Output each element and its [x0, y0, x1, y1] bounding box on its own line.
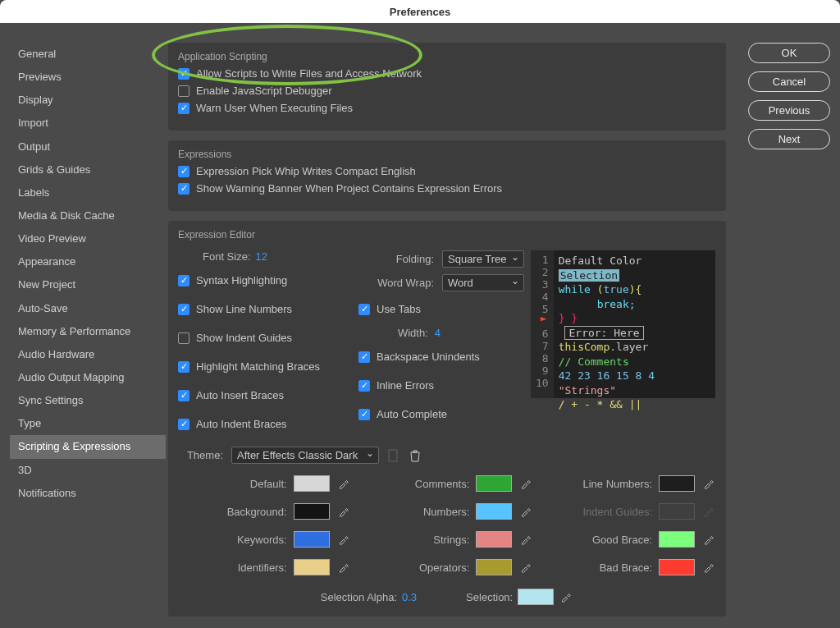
indent-guides-checkbox[interactable]: Show Indent Guides	[178, 332, 326, 344]
eyedropper-icon	[701, 504, 716, 519]
code-body: Default Color Selection while (true){ br…	[554, 250, 660, 398]
sidebar-item-type[interactable]: Type	[10, 412, 166, 435]
eyedropper-icon[interactable]	[336, 532, 351, 547]
check-icon: ✓	[178, 275, 189, 286]
sidebar-item-new-project[interactable]: New Project	[10, 273, 166, 296]
color-swatch	[659, 503, 695, 520]
new-theme-icon[interactable]	[387, 449, 400, 462]
sidebar-item-memory-performance[interactable]: Memory & Performance	[10, 320, 166, 343]
color-swatch[interactable]	[476, 559, 512, 575]
use-tabs-checkbox[interactable]: ✓Use Tabs	[326, 303, 531, 315]
sidebar-item-sync-settings[interactable]: Sync Settings	[10, 389, 166, 412]
eyedropper-icon[interactable]	[336, 560, 351, 575]
preferences-window: GeneralPreviewsDisplayImportOutputGrids …	[0, 23, 840, 628]
folding-dropdown[interactable]: Square Tree	[442, 250, 524, 268]
match-braces-checkbox[interactable]: ✓Highlight Matching Braces	[178, 360, 326, 373]
sidebar-item-appearance[interactable]: Appearance	[10, 250, 166, 273]
sidebar-item-3d[interactable]: 3D	[10, 459, 166, 482]
expressions-section: Expressions ✓ Expression Pick Whip Write…	[168, 140, 726, 211]
sidebar-item-previews[interactable]: Previews	[10, 66, 166, 89]
sidebar-item-grids-guides[interactable]: Grids & Guides	[10, 158, 166, 181]
sidebar-item-media-disk-cache[interactable]: Media & Disk Cache	[10, 204, 166, 227]
swatch-row: Indent Guides:	[543, 503, 716, 520]
show-warning-label: Show Warning Banner When Project Contain…	[196, 182, 502, 195]
enable-debugger-checkbox-row[interactable]: Enable JavaScript Debugger	[178, 85, 716, 97]
allow-scripts-checkbox-row[interactable]: ✓ Allow Scripts to Write Files and Acces…	[178, 67, 716, 80]
sidebar-item-scripting-expressions[interactable]: Scripting & Expressions	[10, 435, 166, 458]
width-value[interactable]: 4	[435, 327, 441, 339]
color-swatch[interactable]	[659, 475, 695, 492]
preferences-sidebar: GeneralPreviewsDisplayImportOutputGrids …	[10, 43, 166, 505]
previous-button[interactable]: Previous	[748, 100, 830, 121]
sidebar-item-import[interactable]: Import	[10, 112, 166, 135]
color-swatch[interactable]	[659, 531, 695, 548]
swatch-label: Strings:	[387, 534, 469, 546]
font-size-label: Font Size:	[203, 250, 251, 263]
eyedropper-icon[interactable]	[518, 560, 533, 575]
inline-errors-checkbox[interactable]: ✓Inline Errors	[326, 379, 531, 392]
auto-indent-checkbox[interactable]: ✓Auto Indent Braces	[178, 418, 326, 430]
eyedropper-icon[interactable]	[518, 476, 533, 491]
selection-swatch[interactable]	[518, 589, 554, 605]
editor-col-2: Folding: Square Tree Word Wrap: Word ✓Us…	[326, 245, 531, 435]
cancel-button[interactable]: Cancel	[748, 71, 830, 92]
ok-button[interactable]: OK	[748, 43, 830, 63]
trash-icon[interactable]	[409, 449, 422, 462]
sidebar-item-labels[interactable]: Labels	[10, 181, 166, 204]
color-swatch[interactable]	[294, 503, 330, 520]
eyedropper-icon[interactable]	[518, 504, 533, 519]
sidebar-item-audio-hardware[interactable]: Audio Hardware	[10, 343, 166, 366]
warn-exec-checkbox-row[interactable]: ✓ Warn User When Executing Files	[178, 102, 716, 114]
eyedropper-icon[interactable]	[701, 532, 716, 547]
swatch-label: Operators:	[387, 562, 469, 574]
eyedropper-icon[interactable]	[336, 476, 351, 491]
check-icon: ✓	[358, 351, 370, 363]
color-swatch[interactable]	[476, 475, 512, 492]
swatch-label: Bad Brace:	[570, 562, 652, 574]
next-button[interactable]: Next	[748, 129, 830, 149]
auto-complete-checkbox[interactable]: ✓Auto Complete	[326, 408, 531, 420]
color-swatch[interactable]	[476, 503, 512, 520]
swatch-label: Numbers:	[387, 506, 469, 518]
selection-alpha-value[interactable]: 0.3	[402, 591, 417, 603]
color-swatch[interactable]	[294, 475, 330, 492]
color-swatch[interactable]	[294, 559, 330, 575]
sidebar-item-general[interactable]: General	[10, 43, 166, 66]
eyedropper-icon[interactable]	[559, 589, 573, 604]
eyedropper-icon[interactable]	[336, 504, 351, 519]
check-icon: ✓	[178, 166, 189, 177]
show-warning-checkbox-row[interactable]: ✓ Show Warning Banner When Project Conta…	[178, 182, 716, 195]
swatch-row: Default:	[178, 475, 351, 492]
eyedropper-icon[interactable]	[518, 532, 533, 547]
theme-dropdown[interactable]: After Effects Classic Dark	[231, 447, 379, 464]
check-icon: ✓	[178, 183, 189, 195]
expression-editor-title: Expression Editor	[178, 229, 716, 241]
backspace-checkbox[interactable]: ✓Backspace Unindents	[326, 351, 531, 363]
color-swatch[interactable]	[294, 531, 330, 548]
sidebar-item-video-preview[interactable]: Video Preview	[10, 227, 166, 250]
auto-insert-checkbox[interactable]: ✓Auto Insert Braces	[178, 389, 326, 401]
word-wrap-dropdown[interactable]: Word	[442, 274, 524, 291]
compact-english-checkbox-row[interactable]: ✓ Expression Pick Whip Writes Compact En…	[178, 165, 716, 177]
sidebar-item-display[interactable]: Display	[10, 89, 166, 112]
eyedropper-icon[interactable]	[701, 476, 716, 491]
eyedropper-icon[interactable]	[701, 560, 716, 575]
swatch-label: Identifiers:	[205, 562, 287, 574]
line-numbers-checkbox[interactable]: ✓Show Line Numbers	[178, 303, 326, 315]
syntax-highlighting-checkbox[interactable]: ✓Syntax Highlighting	[178, 274, 326, 286]
selection-alpha-label: Selection Alpha:	[321, 591, 397, 603]
font-size-value[interactable]: 12	[256, 250, 267, 263]
sidebar-item-audio-output-mapping[interactable]: Audio Output Mapping	[10, 366, 166, 389]
sidebar-item-notifications[interactable]: Notifications	[10, 482, 166, 505]
action-buttons: OK Cancel Previous Next	[748, 43, 830, 149]
color-swatch[interactable]	[476, 531, 512, 548]
editor-col-1: Font Size: 12 ✓Syntax Highlighting ✓Show…	[178, 245, 326, 435]
width-label: Width:	[398, 327, 428, 339]
sidebar-item-auto-save[interactable]: Auto-Save	[10, 297, 166, 320]
color-swatch[interactable]	[659, 559, 695, 575]
swatch-row: Identifiers:	[178, 559, 351, 575]
sidebar-item-output[interactable]: Output	[10, 135, 166, 158]
editor-col-3: 12345678910 Default Color Selection whil…	[531, 245, 716, 435]
swatch-row: Operators:	[361, 559, 534, 575]
compact-english-label: Expression Pick Whip Writes Compact Engl…	[196, 165, 416, 177]
